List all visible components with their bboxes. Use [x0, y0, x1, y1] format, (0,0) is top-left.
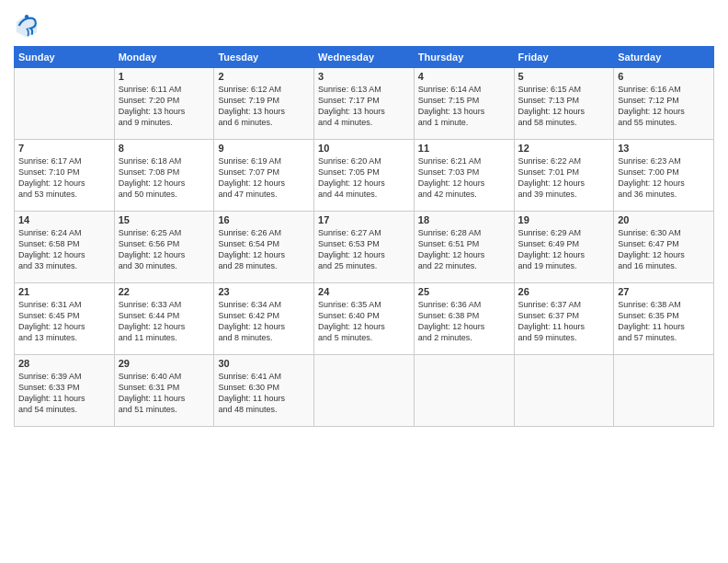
day-cell: 27Sunrise: 6:38 AMSunset: 6:35 PMDayligh…: [614, 283, 714, 355]
day-info: Sunrise: 6:16 AMSunset: 7:12 PMDaylight:…: [618, 84, 710, 129]
day-number: 7: [18, 143, 110, 154]
day-info: Sunrise: 6:26 AMSunset: 6:54 PMDaylight:…: [218, 227, 310, 272]
svg-point-1: [25, 15, 28, 18]
day-cell: 13Sunrise: 6:23 AMSunset: 7:00 PMDayligh…: [614, 140, 714, 212]
day-cell: 17Sunrise: 6:27 AMSunset: 6:53 PMDayligh…: [314, 212, 415, 283]
day-cell: 14Sunrise: 6:24 AMSunset: 6:58 PMDayligh…: [15, 212, 115, 283]
day-info: Sunrise: 6:27 AMSunset: 6:53 PMDaylight:…: [318, 227, 410, 272]
day-info: Sunrise: 6:14 AMSunset: 7:15 PMDaylight:…: [418, 84, 510, 129]
day-cell: 1Sunrise: 6:11 AMSunset: 7:20 PMDaylight…: [114, 68, 214, 140]
day-number: 26: [518, 286, 610, 297]
logo-icon: [14, 13, 40, 39]
week-row-2: 7Sunrise: 6:17 AMSunset: 7:10 PMDaylight…: [15, 140, 714, 212]
day-info: Sunrise: 6:22 AMSunset: 7:01 PMDaylight:…: [518, 155, 610, 201]
day-info: Sunrise: 6:18 AMSunset: 7:08 PMDaylight:…: [119, 155, 210, 201]
day-number: 13: [618, 143, 710, 154]
day-number: 10: [318, 143, 410, 154]
day-cell: [614, 355, 714, 427]
day-info: Sunrise: 6:37 AMSunset: 6:37 PMDaylight:…: [518, 299, 610, 344]
day-number: 17: [318, 214, 410, 225]
col-header-tuesday: Tuesday: [214, 47, 314, 68]
day-cell: 30Sunrise: 6:41 AMSunset: 6:30 PMDayligh…: [214, 355, 314, 427]
day-info: Sunrise: 6:11 AMSunset: 7:20 PMDaylight:…: [119, 84, 210, 129]
day-number: 20: [618, 214, 710, 225]
day-number: 16: [218, 214, 310, 225]
day-cell: 5Sunrise: 6:15 AMSunset: 7:13 PMDaylight…: [514, 68, 614, 140]
col-header-friday: Friday: [514, 47, 614, 68]
header: [14, 9, 714, 39]
day-number: 27: [618, 286, 710, 297]
col-header-thursday: Thursday: [414, 47, 514, 68]
day-info: Sunrise: 6:23 AMSunset: 7:00 PMDaylight:…: [618, 155, 710, 201]
day-number: 25: [418, 286, 510, 297]
day-cell: 28Sunrise: 6:39 AMSunset: 6:33 PMDayligh…: [15, 355, 115, 427]
day-cell: [314, 355, 415, 427]
day-number: 11: [418, 143, 510, 154]
day-number: 21: [18, 286, 110, 297]
day-cell: [414, 355, 514, 427]
day-info: Sunrise: 6:36 AMSunset: 6:38 PMDaylight:…: [418, 299, 510, 344]
day-cell: 21Sunrise: 6:31 AMSunset: 6:45 PMDayligh…: [15, 283, 115, 355]
day-info: Sunrise: 6:28 AMSunset: 6:51 PMDaylight:…: [418, 227, 510, 272]
col-header-wednesday: Wednesday: [314, 47, 415, 68]
day-number: 23: [218, 286, 310, 297]
day-info: Sunrise: 6:41 AMSunset: 6:30 PMDaylight:…: [218, 371, 310, 416]
col-header-monday: Monday: [114, 47, 214, 68]
day-cell: 24Sunrise: 6:35 AMSunset: 6:40 PMDayligh…: [314, 283, 415, 355]
col-header-sunday: Sunday: [15, 47, 115, 68]
day-info: Sunrise: 6:15 AMSunset: 7:13 PMDaylight:…: [518, 84, 610, 129]
day-cell: [514, 355, 614, 427]
header-row: SundayMondayTuesdayWednesdayThursdayFrid…: [15, 47, 714, 68]
day-cell: 29Sunrise: 6:40 AMSunset: 6:31 PMDayligh…: [114, 355, 214, 427]
day-cell: [15, 68, 115, 140]
day-number: 4: [418, 71, 510, 82]
week-row-5: 28Sunrise: 6:39 AMSunset: 6:33 PMDayligh…: [15, 355, 714, 427]
day-info: Sunrise: 6:21 AMSunset: 7:03 PMDaylight:…: [418, 155, 510, 201]
day-cell: 7Sunrise: 6:17 AMSunset: 7:10 PMDaylight…: [15, 140, 115, 212]
day-cell: 11Sunrise: 6:21 AMSunset: 7:03 PMDayligh…: [414, 140, 514, 212]
day-info: Sunrise: 6:40 AMSunset: 6:31 PMDaylight:…: [119, 371, 210, 416]
day-number: 1: [119, 71, 210, 82]
day-cell: 23Sunrise: 6:34 AMSunset: 6:42 PMDayligh…: [214, 283, 314, 355]
day-cell: 16Sunrise: 6:26 AMSunset: 6:54 PMDayligh…: [214, 212, 314, 283]
page: SundayMondayTuesdayWednesdayThursdayFrid…: [0, 0, 728, 563]
day-number: 6: [618, 71, 710, 82]
calendar: SundayMondayTuesdayWednesdayThursdayFrid…: [14, 46, 714, 427]
day-cell: 19Sunrise: 6:29 AMSunset: 6:49 PMDayligh…: [514, 212, 614, 283]
day-number: 19: [518, 214, 610, 225]
day-number: 18: [418, 214, 510, 225]
day-cell: 22Sunrise: 6:33 AMSunset: 6:44 PMDayligh…: [114, 283, 214, 355]
day-number: 5: [518, 71, 610, 82]
col-header-saturday: Saturday: [614, 47, 714, 68]
day-info: Sunrise: 6:13 AMSunset: 7:17 PMDaylight:…: [318, 84, 410, 129]
day-cell: 18Sunrise: 6:28 AMSunset: 6:51 PMDayligh…: [414, 212, 514, 283]
day-number: 2: [218, 71, 310, 82]
day-info: Sunrise: 6:12 AMSunset: 7:19 PMDaylight:…: [218, 84, 310, 129]
day-info: Sunrise: 6:24 AMSunset: 6:58 PMDaylight:…: [18, 227, 110, 272]
day-info: Sunrise: 6:34 AMSunset: 6:42 PMDaylight:…: [218, 299, 310, 344]
day-cell: 20Sunrise: 6:30 AMSunset: 6:47 PMDayligh…: [614, 212, 714, 283]
day-cell: 9Sunrise: 6:19 AMSunset: 7:07 PMDaylight…: [214, 140, 314, 212]
day-info: Sunrise: 6:19 AMSunset: 7:07 PMDaylight:…: [218, 155, 310, 201]
day-info: Sunrise: 6:20 AMSunset: 7:05 PMDaylight:…: [318, 155, 410, 201]
day-cell: 3Sunrise: 6:13 AMSunset: 7:17 PMDaylight…: [314, 68, 415, 140]
day-number: 15: [119, 214, 210, 225]
logo: [14, 13, 43, 39]
day-info: Sunrise: 6:35 AMSunset: 6:40 PMDaylight:…: [318, 299, 410, 344]
day-info: Sunrise: 6:29 AMSunset: 6:49 PMDaylight:…: [518, 227, 610, 272]
day-cell: 6Sunrise: 6:16 AMSunset: 7:12 PMDaylight…: [614, 68, 714, 140]
day-info: Sunrise: 6:17 AMSunset: 7:10 PMDaylight:…: [18, 155, 110, 201]
day-cell: 4Sunrise: 6:14 AMSunset: 7:15 PMDaylight…: [414, 68, 514, 140]
day-number: 24: [318, 286, 410, 297]
day-info: Sunrise: 6:33 AMSunset: 6:44 PMDaylight:…: [119, 299, 210, 344]
day-cell: 15Sunrise: 6:25 AMSunset: 6:56 PMDayligh…: [114, 212, 214, 283]
day-number: 12: [518, 143, 610, 154]
day-info: Sunrise: 6:25 AMSunset: 6:56 PMDaylight:…: [119, 227, 210, 272]
day-cell: 12Sunrise: 6:22 AMSunset: 7:01 PMDayligh…: [514, 140, 614, 212]
week-row-1: 1Sunrise: 6:11 AMSunset: 7:20 PMDaylight…: [15, 68, 714, 140]
day-number: 22: [119, 286, 210, 297]
day-number: 30: [218, 358, 310, 369]
day-number: 28: [18, 358, 110, 369]
day-cell: 10Sunrise: 6:20 AMSunset: 7:05 PMDayligh…: [314, 140, 415, 212]
day-number: 14: [18, 214, 110, 225]
